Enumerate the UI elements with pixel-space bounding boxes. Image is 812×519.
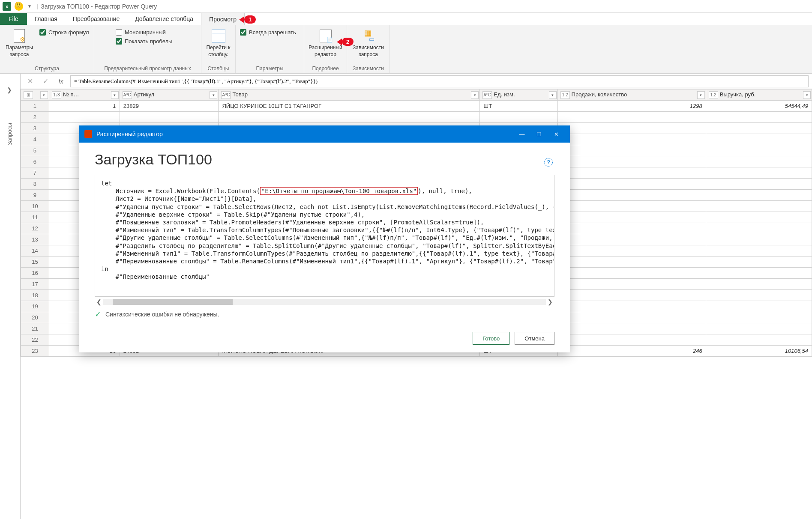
cell-qty[interactable] [557, 112, 706, 123]
cell-rev[interactable] [706, 234, 812, 245]
filter-dropdown[interactable]: ▾ [549, 91, 557, 99]
col-header-np[interactable]: 1₂3№ п…▾ [49, 89, 120, 101]
cell-rev[interactable] [706, 156, 812, 167]
table-menu-dropdown[interactable]: ▾ [40, 91, 48, 99]
smiley-icon[interactable] [15, 2, 23, 11]
cell-qty[interactable] [557, 145, 706, 156]
cell-rev[interactable] [706, 112, 812, 123]
cell-qty[interactable] [557, 123, 706, 134]
cell-rev[interactable] [706, 167, 812, 179]
filter-dropdown[interactable]: ▾ [471, 91, 479, 99]
cell-rev[interactable] [706, 312, 812, 323]
always-allow-checkbox[interactable]: Всегда разрешать [240, 29, 296, 36]
cell-rev[interactable] [706, 323, 812, 334]
filter-dropdown[interactable]: ▾ [697, 91, 705, 99]
cell-np[interactable] [49, 112, 120, 123]
cell-qty[interactable]: 246 [557, 346, 706, 357]
cancel-formula-icon[interactable]: ✕ [24, 75, 36, 87]
filter-dropdown[interactable]: ▾ [210, 91, 217, 99]
filter-dropdown[interactable]: ▾ [111, 91, 119, 99]
cell-qty[interactable] [557, 234, 706, 245]
cell-rev[interactable] [706, 190, 812, 201]
cancel-button[interactable]: Отмена [515, 332, 554, 345]
table-row[interactable]: 2 [21, 112, 812, 123]
col-header-ed[interactable]: AᴮCЕд. изм.▾ [480, 89, 557, 101]
cell-ed[interactable]: ШТ [480, 101, 557, 112]
show-whitespace-checkbox[interactable]: Показать пробелы [116, 38, 172, 45]
cell-qty[interactable] [557, 134, 706, 145]
col-header-qty[interactable]: 1.2Продажи, количество▾ [557, 89, 706, 101]
close-icon[interactable]: ✕ [548, 131, 565, 137]
fx-icon[interactable]: fx [55, 75, 67, 87]
scroll-thumb[interactable] [113, 299, 233, 305]
cell-rev[interactable] [706, 223, 812, 234]
cell-qty[interactable] [557, 257, 706, 268]
col-header-tovar[interactable]: AᴮCТовар▾ [219, 89, 480, 101]
cell-qty[interactable]: 1298 [557, 101, 706, 112]
formula-input[interactable] [70, 75, 809, 87]
cell-qty[interactable] [557, 212, 706, 223]
accept-formula-icon[interactable]: ✓ [39, 75, 51, 87]
cell-rev[interactable] [706, 123, 812, 134]
cell-artikul[interactable] [120, 112, 219, 123]
cell-tovar[interactable]: ЯЙЦО КУРИНОЕ 10ШТ С1 ТАГАНРОГ [219, 101, 480, 112]
cell-qty[interactable] [557, 334, 706, 346]
cell-qty[interactable] [557, 245, 706, 257]
cell-rev[interactable] [706, 257, 812, 268]
done-button[interactable]: Готово [473, 332, 509, 345]
cell-rev[interactable] [706, 179, 812, 190]
cell-rev[interactable] [706, 279, 812, 290]
cell-qty[interactable] [557, 301, 706, 312]
tab-view[interactable]: Просмотр [201, 13, 245, 25]
col-header-artikul[interactable]: AᴮCАртикул▾ [120, 89, 219, 101]
cell-ed[interactable] [480, 112, 557, 123]
scroll-right-icon[interactable]: ❯ [546, 298, 554, 305]
dialog-titlebar[interactable]: Расширенный редактор — ☐ ✕ [79, 125, 570, 143]
cell-qty[interactable] [557, 323, 706, 334]
query-settings-button[interactable]: Параметры запроса [4, 29, 34, 58]
cell-rev[interactable] [706, 334, 812, 346]
cell-rev[interactable] [706, 268, 812, 279]
cell-qty[interactable] [557, 290, 706, 301]
tab-file[interactable]: File [0, 13, 27, 25]
monospace-checkbox[interactable]: Моноширинный [116, 29, 172, 36]
cell-rev[interactable] [706, 201, 812, 212]
cell-qty[interactable] [557, 201, 706, 212]
cell-rev[interactable] [706, 212, 812, 223]
cell-qty[interactable] [557, 268, 706, 279]
cell-rev[interactable] [706, 301, 812, 312]
code-editor[interactable]: let Источник = Excel.Workbook(File.Conte… [95, 175, 554, 297]
cell-rev[interactable] [706, 245, 812, 257]
cell-qty[interactable] [557, 190, 706, 201]
tab-transform[interactable]: Преобразование [65, 13, 127, 25]
table-row[interactable]: 1123829ЯЙЦО КУРИНОЕ 10ШТ С1 ТАГАНРОГШТ12… [21, 101, 812, 112]
minimize-icon[interactable]: — [513, 131, 530, 137]
cell-rev[interactable]: 10106,54 [706, 346, 812, 357]
col-header-rev[interactable]: 1.2Выручка, руб.▾ [706, 89, 812, 101]
maximize-icon[interactable]: ☐ [530, 131, 548, 137]
cell-qty[interactable] [557, 312, 706, 323]
filter-dropdown[interactable]: ▾ [803, 91, 811, 99]
cell-qty[interactable] [557, 156, 706, 167]
cell-rev[interactable] [706, 134, 812, 145]
cell-qty[interactable] [557, 179, 706, 190]
horizontal-scrollbar[interactable]: ❮ ❯ [95, 298, 554, 306]
expand-queries-icon[interactable]: ❯ [7, 86, 12, 93]
cell-qty[interactable] [557, 167, 706, 179]
cell-artikul[interactable]: 23829 [120, 101, 219, 112]
tab-home[interactable]: Главная [27, 13, 65, 25]
qa-dropdown[interactable]: ▼ [27, 4, 32, 9]
help-icon[interactable]: ? [544, 158, 553, 167]
cell-tovar[interactable] [219, 112, 480, 123]
cell-qty[interactable] [557, 279, 706, 290]
formula-bar-checkbox[interactable]: Строка формул [39, 29, 89, 36]
cell-qty[interactable] [557, 223, 706, 234]
cell-rev[interactable]: 54544,49 [706, 101, 812, 112]
cell-rev[interactable] [706, 145, 812, 156]
cell-rev[interactable] [706, 290, 812, 301]
goto-column-button[interactable]: Перейти к столбцу. [206, 29, 231, 58]
query-dependencies-button[interactable]: Зависимости запроса [351, 29, 385, 58]
table-corner[interactable]: ⊞▾ [21, 89, 49, 101]
tab-add-column[interactable]: Добавление столбца [127, 13, 201, 25]
cell-np[interactable]: 1 [49, 101, 120, 112]
